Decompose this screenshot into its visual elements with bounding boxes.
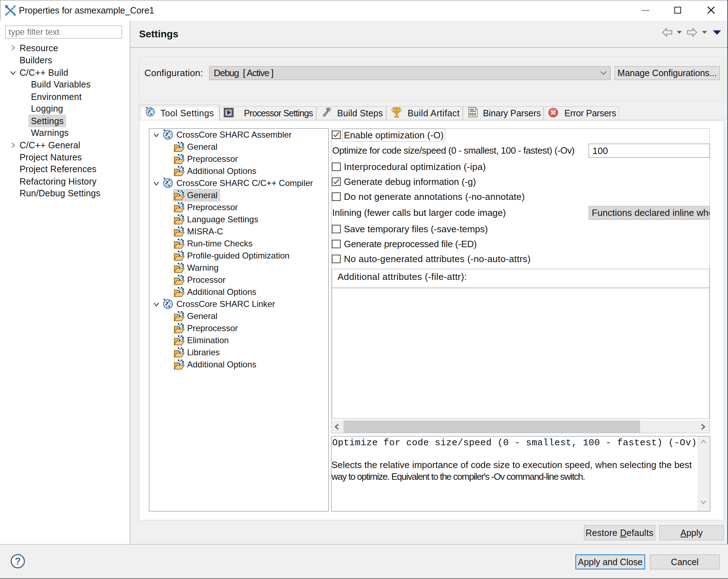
- svg-text:010: 010: [469, 112, 476, 116]
